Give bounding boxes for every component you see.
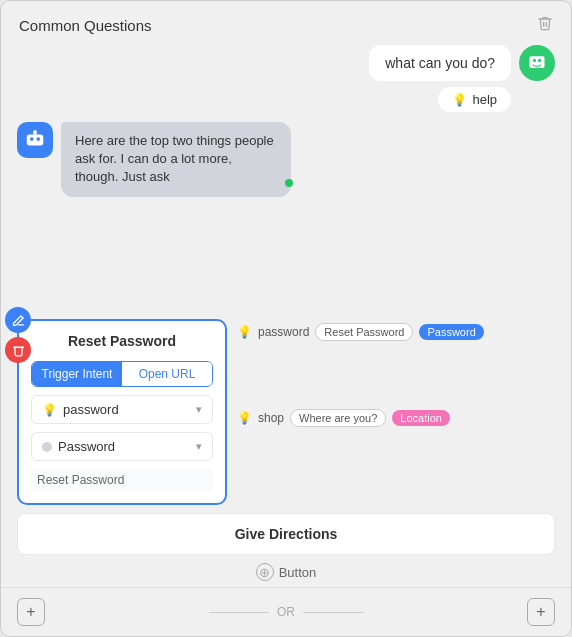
info-text-2: shop (258, 411, 284, 425)
help-chip[interactable]: 💡 help (438, 87, 511, 112)
help-chip-label: help (472, 92, 497, 107)
footer-plus-right-button[interactable]: + (527, 598, 555, 626)
give-directions-row: Give Directions (1, 513, 571, 555)
info-bulb-1: 💡 (237, 325, 252, 339)
info-row-1: 💡 password Reset Password Password (237, 323, 555, 341)
bulb-icon: 💡 (452, 93, 467, 107)
side-info: 💡 password Reset Password Password 💡 sho… (237, 319, 555, 427)
card-row-label-2: Password (58, 439, 115, 454)
delete-card-button[interactable] (5, 337, 31, 363)
user-avatar (519, 45, 555, 81)
svg-point-1 (533, 59, 536, 62)
card-title: Reset Password (31, 333, 213, 353)
info-tag-reset[interactable]: Reset Password (315, 323, 413, 341)
chevron-down-icon-1[interactable]: ▾ (196, 403, 202, 416)
info-tag-where[interactable]: Where are you? (290, 409, 386, 427)
svg-point-2 (538, 59, 541, 62)
info-row-2: 💡 shop Where are you? Location (237, 409, 555, 427)
chevron-down-icon-2[interactable]: ▾ (196, 440, 202, 453)
bulb-row-icon: 💡 (42, 403, 57, 417)
svg-rect-3 (27, 135, 44, 146)
info-tag-password[interactable]: Password (419, 324, 483, 340)
card-tabs: Trigger Intent Open URL (31, 361, 213, 387)
svg-point-5 (36, 137, 40, 141)
card-action-icons (5, 307, 31, 363)
cards-section: Reset Password Trigger Intent Open URL 💡… (1, 319, 571, 505)
card-reset-password: Reset Password Trigger Intent Open URL 💡… (17, 319, 227, 505)
card-wrapper: Reset Password Trigger Intent Open URL 💡… (17, 319, 227, 505)
add-button-chip[interactable]: ⊕ Button (256, 563, 317, 581)
online-dot (285, 179, 293, 187)
user-message-row: what can you do? 💡 help (17, 45, 555, 112)
card-row-Password: Password ▾ (31, 432, 213, 461)
or-text: OR (277, 605, 295, 619)
add-button-row: ⊕ Button (1, 561, 571, 587)
footer-plus-left-button[interactable]: + (17, 598, 45, 626)
footer: + OR + (1, 587, 571, 636)
info-tag-location[interactable]: Location (392, 410, 450, 426)
info-text-1: password (258, 325, 309, 339)
svg-point-4 (30, 137, 34, 141)
dot-gray (42, 442, 52, 452)
page-title: Common Questions (19, 17, 152, 34)
add-circle-icon: ⊕ (256, 563, 274, 581)
chat-area: what can you do? 💡 help (1, 45, 571, 319)
info-bulb-2: 💡 (237, 411, 252, 425)
card-row-label-1: password (63, 402, 119, 417)
bot-avatar (17, 122, 53, 158)
bot-message-row: Here are the top two things people ask f… (17, 122, 555, 197)
tab-open-url[interactable]: Open URL (122, 362, 212, 386)
user-bubble: what can you do? (369, 45, 511, 81)
bot-bubble: Here are the top two things people ask f… (61, 122, 291, 197)
or-divider: OR (209, 605, 363, 619)
card-footer-label: Reset Password (31, 469, 213, 491)
user-bubble-container: what can you do? 💡 help (369, 45, 511, 112)
card-row-password: 💡 password ▾ (31, 395, 213, 424)
tab-trigger-intent[interactable]: Trigger Intent (32, 362, 122, 386)
edit-card-button[interactable] (5, 307, 31, 333)
svg-point-7 (34, 130, 36, 132)
add-button-label: Button (279, 565, 317, 580)
header: Common Questions (1, 1, 571, 45)
give-directions-button[interactable]: Give Directions (17, 513, 555, 555)
trash-icon[interactable] (537, 15, 553, 35)
